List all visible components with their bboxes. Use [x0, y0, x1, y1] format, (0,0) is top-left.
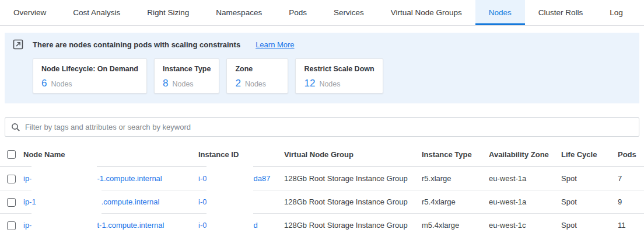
card-count: 8	[163, 78, 168, 89]
pods-count-cell: 11	[615, 221, 644, 230]
tab-cluster-rolls[interactable]: Cluster Rolls	[525, 0, 597, 25]
nodes-table: Node Name Instance ID Virtual Node Group…	[0, 143, 644, 236]
card-count: 2	[235, 78, 240, 89]
card-restrict-scale-down[interactable]: Restrict Scale Down 12 Nodes	[295, 58, 383, 93]
filter-search-box	[5, 117, 639, 137]
search-input[interactable]	[25, 123, 633, 131]
redaction-box	[206, 212, 253, 236]
instance-id-link[interactable]: i-0d	[198, 212, 284, 236]
row-checkbox[interactable]	[7, 175, 16, 183]
column-header-pods: Pods	[615, 150, 644, 159]
tab-cost-analysis[interactable]: Cost Analysis	[60, 0, 134, 25]
card-title: Zone	[235, 65, 279, 73]
cluster-tab-bar: Overview Cost Analysis Right Sizing Name…	[0, 0, 644, 26]
tab-overview[interactable]: Overview	[0, 0, 60, 25]
card-count: 6	[41, 78, 47, 89]
column-header-life-cycle: Life Cycle	[561, 150, 615, 159]
column-header-availability-zone: Availability Zone	[489, 150, 561, 159]
constraint-cards: Node Lifecycle: On Demand 6 Nodes Instan…	[33, 58, 631, 93]
learn-more-link[interactable]: Learn More	[256, 40, 294, 49]
scaling-constraints-banner: There are nodes containing pods with sca…	[5, 33, 639, 103]
table-header-row: Node Name Instance ID Virtual Node Group…	[0, 143, 644, 166]
card-title: Instance Type	[163, 65, 211, 73]
pods-count-cell: 9	[615, 197, 644, 206]
card-unit: Nodes	[51, 80, 72, 88]
availability-zone-cell: eu-west-1a	[489, 174, 561, 183]
row-checkbox[interactable]	[7, 221, 16, 230]
tab-right-sizing[interactable]: Right Sizing	[134, 0, 202, 25]
banner-message: There are nodes containing pods with sca…	[33, 40, 240, 49]
availability-zone-cell: eu-west-1a	[489, 197, 561, 206]
virtual-node-group-cell: 128Gb Root Storage Instance Group	[284, 174, 422, 183]
instance-type-cell: m5.4xlarge	[422, 221, 489, 230]
card-unit: Nodes	[245, 80, 266, 88]
instance-type-cell: r5.4xlarge	[422, 197, 489, 206]
redaction-box	[32, 212, 97, 236]
tab-log[interactable]: Log	[596, 0, 636, 25]
pods-count-cell: 7	[615, 174, 644, 183]
tab-namespaces[interactable]: Namespaces	[202, 0, 275, 25]
card-title: Restrict Scale Down	[304, 65, 374, 73]
table-row: ip--1.compute.internal i-0da87 128Gb Roo…	[0, 166, 644, 190]
tab-services[interactable]: Services	[320, 0, 377, 25]
column-header-virtual-node-group: Virtual Node Group	[284, 150, 422, 159]
search-icon	[11, 123, 20, 132]
node-name-link[interactable]: ip-t-1.compute.internal	[23, 212, 198, 236]
tab-nodes[interactable]: Nodes	[475, 0, 525, 25]
card-unit: Nodes	[172, 80, 193, 88]
life-cycle-cell: Spot	[561, 174, 615, 183]
column-header-node-name: Node Name	[23, 150, 198, 159]
life-cycle-cell: Spot	[561, 197, 615, 206]
card-unit: Nodes	[319, 80, 340, 88]
virtual-node-group-cell: 128Gb Root Storage Instance Group	[284, 221, 422, 230]
life-cycle-cell: Spot	[561, 221, 615, 230]
card-instance-type[interactable]: Instance Type 8 Nodes	[154, 58, 219, 93]
table-row: ip-t-1.compute.internal i-0d 128Gb Root …	[0, 213, 644, 236]
tab-virtual-node-groups[interactable]: Virtual Node Groups	[377, 0, 475, 25]
column-header-instance-id: Instance ID	[198, 150, 284, 159]
availability-zone-cell: eu-west-1c	[489, 221, 561, 230]
card-title: Node Lifecycle: On Demand	[41, 65, 138, 73]
scale-out-external-link-icon	[13, 39, 23, 50]
card-zone[interactable]: Zone 2 Nodes	[226, 58, 288, 93]
virtual-node-group-cell: 128Gb Root Storage Instance Group	[284, 197, 422, 206]
column-header-instance-type: Instance Type	[422, 150, 489, 159]
row-checkbox[interactable]	[7, 198, 16, 207]
table-row: ip-1.compute.internal i-0 128Gb Root Sto…	[0, 190, 644, 213]
card-count: 12	[304, 78, 315, 89]
tab-pods[interactable]: Pods	[275, 0, 320, 25]
select-all-checkbox[interactable]	[7, 150, 16, 159]
card-node-lifecycle-on-demand[interactable]: Node Lifecycle: On Demand 6 Nodes	[33, 58, 147, 93]
instance-type-cell: r5.xlarge	[422, 174, 489, 183]
